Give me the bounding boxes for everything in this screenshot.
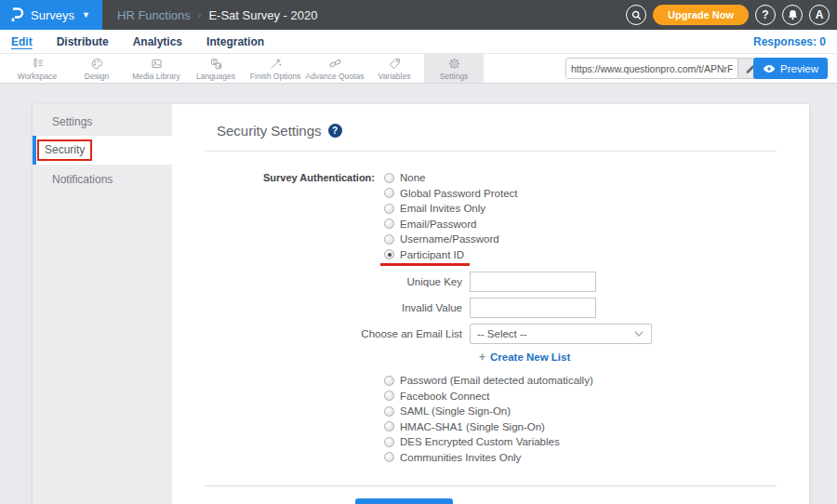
radio-icon[interactable] [384, 376, 394, 386]
toolbar-item-advance-quotas[interactable]: Advance Quotas [305, 54, 365, 83]
radio-icon-selected[interactable] [384, 249, 394, 259]
create-new-list-link[interactable]: + Create New List [479, 351, 809, 364]
radio-option-email-invites[interactable]: Email Invites Only [384, 201, 809, 217]
authentication-options: None Global Password Protect Email Invit… [384, 170, 809, 465]
email-list-row: Choose an Email List -- Select -- [356, 324, 809, 344]
edit-toolbar: Workspace Design Media Library Languages… [0, 54, 837, 84]
responses-count[interactable]: Responses: 0 [753, 35, 826, 48]
workspace-icon [31, 57, 45, 71]
radio-option-communities-invites[interactable]: Communities Invites Only [384, 450, 809, 466]
unique-key-label: Unique Key [356, 276, 470, 287]
eye-icon [763, 64, 776, 73]
tag-icon [388, 57, 402, 71]
radio-icon[interactable] [384, 173, 394, 183]
breadcrumb: HR Functions › E-Sat Survey - 2020 [117, 8, 317, 22]
settings-panel: Settings Security Notifications Security… [33, 104, 809, 504]
survey-authentication-label: Survey Authentication: [172, 170, 384, 465]
radio-option-saml[interactable]: SAML (Single Sign-On) [384, 404, 809, 419]
page-background: Settings Security Notifications Security… [0, 84, 837, 504]
radio-option-password-email-auto[interactable]: Password (Email detected automatically) [384, 373, 809, 389]
survey-tab-bar: Edit Distribute Analytics Integration Re… [0, 30, 837, 54]
tab-distribute[interactable]: Distribute [57, 35, 109, 48]
email-list-label: Choose an Email List [356, 328, 470, 339]
toolbar-item-languages[interactable]: Languages [186, 54, 246, 83]
account-avatar[interactable]: A [809, 5, 830, 25]
search-icon [631, 10, 642, 20]
divider-top [205, 151, 777, 152]
tab-integration[interactable]: Integration [206, 35, 264, 48]
magic-wand-icon [269, 57, 283, 71]
settings-sidebar: Settings Security Notifications [33, 104, 172, 504]
red-annotation-box: Security [37, 139, 92, 161]
chevron-down-icon: ▼ [82, 10, 90, 20]
radio-icon[interactable] [384, 391, 394, 401]
tab-edit[interactable]: Edit [11, 35, 33, 48]
radio-icon[interactable] [384, 406, 394, 417]
sidebar-item-security[interactable]: Security [33, 136, 172, 165]
radio-option-participant-id[interactable]: Participant ID [384, 247, 809, 263]
translate-icon [209, 57, 223, 71]
gear-icon [447, 57, 461, 71]
radio-icon[interactable] [384, 234, 394, 245]
palette-icon [90, 57, 104, 71]
unique-key-row: Unique Key [356, 272, 809, 292]
radio-icon[interactable] [384, 204, 394, 214]
help-button[interactable]: ? [755, 5, 776, 25]
radio-icon[interactable] [384, 219, 394, 229]
red-annotation-underline [380, 263, 470, 266]
radio-option-facebook-connect[interactable]: Facebook Connect [384, 389, 809, 405]
toolbar-item-workspace[interactable]: Workspace [7, 54, 67, 83]
survey-url-field [565, 58, 763, 79]
toolbar-item-settings[interactable]: Settings [424, 54, 484, 83]
page-title: Security Settings [217, 123, 322, 139]
upgrade-now-button[interactable]: Upgrade Now [653, 5, 749, 25]
topbar-actions: Upgrade Now ? A [626, 0, 830, 30]
toolbar-item-variables[interactable]: Variables [365, 54, 424, 83]
breadcrumb-survey-title: E-Sat Survey - 2020 [208, 8, 317, 22]
image-icon [150, 57, 164, 71]
radio-option-global-password[interactable]: Global Password Protect [384, 186, 809, 202]
tab-analytics[interactable]: Analytics [133, 35, 182, 48]
chevron-down-icon [634, 331, 644, 337]
questionpro-logo-icon [9, 7, 24, 23]
help-circle-icon[interactable]: ? [328, 124, 342, 138]
radio-option-username-password[interactable]: Username/Password [384, 232, 809, 247]
chain-link-icon [328, 57, 342, 71]
preview-button[interactable]: Preview [753, 58, 828, 79]
product-switcher[interactable]: Surveys ▼ [0, 0, 102, 30]
security-settings-main: Security Settings ? Survey Authenticatio… [172, 104, 809, 504]
toolbar-item-media-library[interactable]: Media Library [126, 54, 186, 83]
breadcrumb-folder[interactable]: HR Functions [117, 8, 191, 22]
radio-option-none[interactable]: None [384, 170, 809, 186]
authentication-form: Survey Authentication: None Global Passw… [172, 170, 809, 465]
radio-option-des-encrypted[interactable]: DES Encrypted Custom Variables [384, 434, 809, 450]
radio-option-email-password[interactable]: Email/Password [384, 217, 809, 232]
breadcrumb-separator: › [198, 9, 202, 20]
radio-icon[interactable] [384, 421, 394, 431]
bell-icon [788, 9, 798, 20]
toolbar-item-design[interactable]: Design [67, 54, 126, 83]
invalid-value-label: Invalid Value [356, 302, 470, 313]
survey-url-input[interactable] [566, 59, 737, 78]
invalid-value-input[interactable] [470, 298, 596, 318]
radio-icon[interactable] [384, 437, 394, 447]
radio-icon[interactable] [384, 188, 394, 198]
invalid-value-row: Invalid Value [356, 298, 809, 318]
unique-key-input[interactable] [470, 272, 596, 292]
sidebar-item-notifications[interactable]: Notifications [33, 165, 172, 193]
email-list-select[interactable]: -- Select -- [470, 324, 652, 344]
radio-option-hmac-sha1[interactable]: HMAC-SHA1 (Single Sign-On) [384, 419, 809, 435]
save-changes-button[interactable]: Save Changes [355, 498, 453, 504]
top-bar: Surveys ▼ HR Functions › E-Sat Survey - … [0, 0, 837, 30]
product-menu-label: Surveys [31, 8, 74, 22]
toolbar-item-finish-options[interactable]: Finish Options [246, 54, 305, 83]
notifications-button[interactable] [782, 5, 803, 25]
sidebar-item-settings[interactable]: Settings [33, 107, 172, 136]
radio-icon[interactable] [384, 452, 394, 462]
divider-bottom [205, 485, 777, 486]
plus-icon: + [479, 351, 485, 364]
search-button[interactable] [626, 5, 646, 25]
